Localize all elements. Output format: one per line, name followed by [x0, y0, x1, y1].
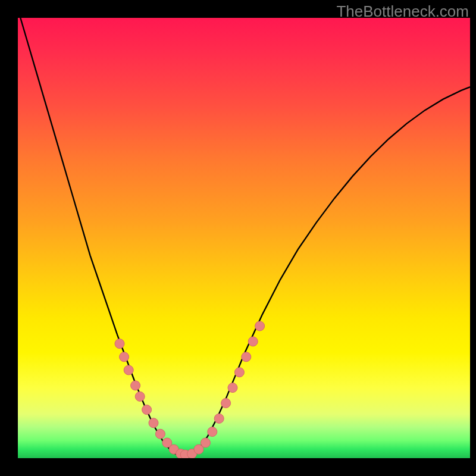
curve-dot — [234, 368, 244, 377]
curve-dot — [149, 418, 158, 428]
plot-area — [18, 18, 470, 458]
curve-dot — [214, 414, 224, 423]
curve-dot — [131, 381, 140, 390]
curve-dot-markers — [115, 321, 265, 458]
watermark-text: TheBottleneck.com — [336, 2, 469, 21]
curve-dot — [115, 339, 124, 349]
curve-dot — [248, 337, 258, 346]
curve-dot — [255, 321, 265, 331]
curve-dot — [208, 427, 217, 437]
curve-dot — [155, 429, 165, 439]
curve-dot — [142, 405, 152, 415]
curve-dot — [242, 352, 251, 362]
bottleneck-curve — [18, 18, 470, 457]
curve-dot — [228, 383, 237, 393]
curve-dot — [120, 352, 129, 362]
bottleneck-curve-svg — [18, 18, 470, 458]
curve-dot — [124, 365, 133, 375]
curve-dot — [201, 438, 210, 447]
curve-dot — [135, 392, 145, 401]
chart-frame: TheBottleneck.com — [0, 0, 476, 476]
curve-dot — [221, 399, 231, 408]
